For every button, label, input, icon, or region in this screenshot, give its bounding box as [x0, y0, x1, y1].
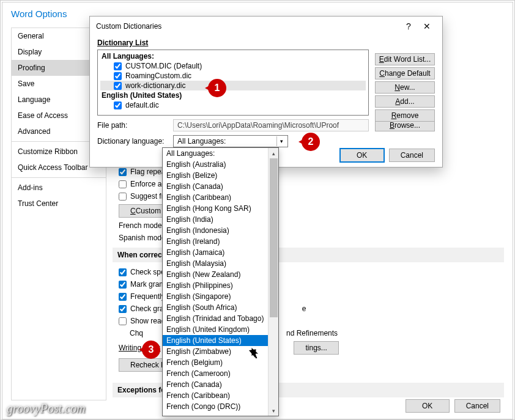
check-icon[interactable] [119, 317, 127, 325]
dropdown-option[interactable]: English (India) [163, 214, 268, 225]
cursor-icon [251, 347, 260, 359]
dict-label: RoamingCustom.dic [125, 72, 191, 80]
help-button[interactable]: ? [399, 20, 418, 32]
dictionary-list[interactable]: All Languages:CUSTOM.DIC (Default)Roamin… [97, 50, 369, 116]
custom-dictionaries-dialog: Custom Dictionaries ? ✕ Dictionary List … [89, 16, 443, 168]
file-path-label: File path: [97, 121, 167, 130]
dialog-ok-button[interactable]: OK [340, 149, 384, 162]
check-icon[interactable] [119, 293, 127, 301]
sidebar-item-trust-center[interactable]: Trust Center [12, 196, 106, 212]
dropdown-option[interactable]: English (Indonesia) [163, 225, 268, 236]
check-icon[interactable] [119, 305, 127, 313]
dropdown-option[interactable]: English (Philippines) [163, 280, 268, 291]
dropdown-option[interactable]: English (United States) [163, 335, 268, 346]
chq-label: Chq [130, 329, 143, 337]
dropdown-option[interactable]: French (Congo (DRC)) [163, 401, 268, 412]
callout-1: 1 [208, 79, 226, 97]
check-icon[interactable] [119, 268, 127, 276]
dialog-cancel-button[interactable]: Cancel [389, 149, 435, 162]
dictionary-list-label: Dictionary List [97, 39, 435, 47]
line-e: e [302, 304, 306, 313]
dropdown-scrollbar[interactable]: ▴ ▾ [268, 148, 278, 416]
dropdown-list[interactable]: All Languages:English (Australia)English… [163, 148, 268, 416]
dict-group[interactable]: English (United States) [100, 90, 366, 100]
close-button[interactable]: ✕ [418, 20, 436, 32]
dropdown-option[interactable]: English (South Africa) [163, 302, 268, 313]
dlg-btn-edit-word-list[interactable]: Edit Word List... [375, 53, 435, 65]
dict-label: CUSTOM.DIC (Default) [125, 62, 202, 70]
language-row: Dictionary language: All Languages: ▾ [97, 135, 435, 147]
callout-2: 2 [302, 133, 320, 151]
sidebar-item-add-ins[interactable]: Add-ins [12, 180, 106, 196]
check-icon[interactable] [119, 193, 127, 201]
language-label: Dictionary language: [97, 137, 167, 146]
language-value: All Languages: [177, 137, 226, 146]
close-icon: ✕ [423, 21, 431, 31]
scrollbar-thumb[interactable] [270, 158, 278, 317]
dialog-body: Dictionary List All Languages:CUSTOM.DIC… [90, 36, 442, 150]
file-path-display: C:\Users\Lori\AppData\Roaming\Microsoft\… [173, 119, 369, 131]
dropdown-option[interactable]: English (Hong Kong SAR) [163, 203, 268, 214]
dropdown-option[interactable]: English (Belize) [163, 170, 268, 181]
dict-item[interactable]: RoamingCustom.dic [100, 71, 366, 81]
dlg-btn-add[interactable]: Add... [375, 95, 435, 108]
callout-3: 3 [142, 341, 160, 359]
dropdown-option[interactable]: English (United Kingdom) [163, 324, 268, 335]
dict-label: default.dic [125, 101, 159, 109]
dropdown-option[interactable]: English (Trinidad and Tobago) [163, 313, 268, 324]
dict-checkbox[interactable] [114, 62, 122, 70]
dict-item[interactable]: default.dic [100, 100, 366, 110]
dlg-btn-remove[interactable]: Remove [375, 109, 435, 122]
dropdown-option[interactable]: English (Ireland) [163, 236, 268, 247]
french-modes-label: French modes: [119, 221, 168, 230]
dialog-titlebar[interactable]: Custom Dictionaries ? ✕ [90, 17, 442, 36]
dropdown-option[interactable]: English (New Zealand) [163, 269, 268, 280]
dropdown-option[interactable]: French (Cameroon) [163, 368, 268, 379]
dlg-btn-new[interactable]: New... [375, 81, 435, 94]
dropdown-option[interactable]: English (Singapore) [163, 291, 268, 302]
dict-item[interactable]: CUSTOM.DIC (Default) [100, 61, 366, 71]
language-dropdown[interactable]: All Languages:English (Australia)English… [162, 147, 279, 416]
scroll-down-icon[interactable]: ▾ [269, 405, 279, 416]
dict-checkbox[interactable] [114, 72, 122, 80]
settings-button[interactable]: tings... [294, 341, 338, 355]
dict-label: work-dictionary.dic [125, 81, 185, 90]
dropdown-option[interactable]: French (Canada) [163, 379, 268, 390]
check-icon[interactable] [119, 168, 127, 176]
dropdown-option[interactable]: All Languages: [163, 148, 268, 159]
dialog-title: Custom Dictionaries [96, 22, 161, 31]
dict-item[interactable]: work-dictionary.dic [100, 81, 366, 90]
language-select[interactable]: All Languages: ▾ [173, 135, 288, 147]
dlg-btn-change-default[interactable]: Change Default [375, 67, 435, 79]
dropdown-option[interactable]: French (Caribbean) [163, 390, 268, 401]
bg-cancel-button[interactable]: Cancel [454, 399, 500, 413]
dict-checkbox[interactable] [114, 82, 122, 90]
dict-checkbox[interactable] [114, 101, 122, 109]
scroll-up-icon[interactable]: ▴ [269, 148, 279, 158]
dropdown-option[interactable]: English (Caribbean) [163, 192, 268, 203]
nd-ref-label: nd Refinements [286, 329, 338, 337]
chevron-down-icon: ▾ [276, 136, 286, 146]
dialog-bottom-buttons: OK Cancel [340, 149, 435, 162]
dropdown-option[interactable]: English (Jamaica) [163, 247, 268, 258]
check-icon[interactable] [119, 281, 127, 289]
help-icon: ? [406, 21, 411, 31]
dropdown-option[interactable]: English (Malaysia) [163, 258, 268, 269]
dialog-right-buttons: Edit Word List...Change DefaultNew...Add… [375, 53, 435, 122]
check-icon[interactable] [119, 180, 127, 188]
dict-group[interactable]: All Languages: [100, 51, 366, 61]
dropdown-option[interactable]: English (Canada) [163, 181, 268, 192]
bg-ok-button[interactable]: OK [406, 399, 450, 413]
dropdown-option[interactable]: English (Australia) [163, 159, 268, 170]
bg-bottom-buttons: OK Cancel [406, 399, 500, 413]
